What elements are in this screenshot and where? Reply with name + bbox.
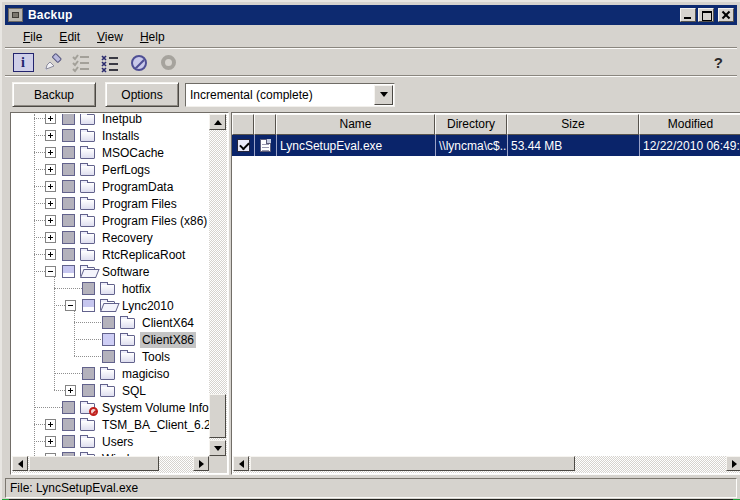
scroll-right-icon[interactable] [193, 456, 209, 471]
column-header-size[interactable]: Size [507, 114, 639, 135]
tree-checkbox[interactable] [62, 146, 75, 159]
tree-item-tools[interactable]: Tools [12, 348, 209, 365]
maximize-button[interactable] [698, 8, 714, 22]
backup-button[interactable]: Backup [12, 82, 96, 107]
tree-checkbox-partial[interactable] [62, 265, 75, 278]
tree-item-program-files-x86[interactable]: Program Files (x86) [12, 212, 209, 229]
menu-view[interactable]: View [92, 29, 128, 45]
brush-icon[interactable] [41, 53, 63, 73]
scroll-left-icon[interactable] [12, 456, 28, 471]
checklist-disabled-icon[interactable] [70, 53, 92, 73]
expand-plus-icon[interactable] [45, 215, 56, 226]
tree-item-installs[interactable]: Installs [12, 127, 209, 144]
tree-checkbox-partial[interactable] [102, 333, 115, 346]
scroll-right-icon[interactable] [726, 456, 740, 471]
tree-item-inetpub[interactable]: Inetpub [12, 114, 209, 127]
folder-icon [80, 148, 95, 159]
expand-plus-icon[interactable] [45, 164, 56, 175]
tree-item-hotfix[interactable]: hotfix [12, 280, 209, 297]
no-entry-overlay-icon [89, 407, 98, 416]
tree-item-clientx86[interactable]: ClientX86 [12, 331, 209, 348]
expand-plus-icon[interactable] [45, 249, 56, 260]
tree-checkbox[interactable] [62, 129, 75, 142]
tree-item-system-volume-information[interactable]: System Volume Information [12, 399, 209, 416]
tree-item-perflogs[interactable]: PerfLogs [12, 161, 209, 178]
collapse-minus-icon[interactable] [45, 266, 56, 277]
menu-bar: File Edit View Help [5, 26, 737, 47]
list-icon[interactable] [99, 53, 121, 73]
tree-item-users[interactable]: Users [12, 433, 209, 450]
app-icon[interactable] [8, 8, 23, 22]
file-checkbox-checked[interactable] [237, 139, 250, 152]
no-entry-icon[interactable] [128, 53, 150, 73]
tree-item-msocache[interactable]: MSOCache [12, 144, 209, 161]
tree-item-recovery[interactable]: Recovery [12, 229, 209, 246]
tree-checkbox[interactable] [62, 435, 75, 448]
expand-plus-icon[interactable] [45, 232, 56, 243]
tree-checkbox[interactable] [102, 316, 115, 329]
column-header-name[interactable]: Name [276, 114, 435, 135]
scrollbar-thumb[interactable] [29, 456, 159, 471]
column-header-modified[interactable]: Modified [639, 114, 740, 135]
file-row-selected[interactable]: LyncSetupEval.exe \\lyncma\c$... 53.44 M… [232, 135, 740, 156]
ring-icon[interactable] [157, 53, 179, 73]
backup-window: Backup File Edit View Help i [0, 0, 740, 500]
tree-checkbox[interactable] [102, 350, 115, 363]
scrollbar-thumb[interactable] [209, 394, 226, 438]
tree-item-lync2010[interactable]: Lync2010 [12, 297, 209, 314]
close-button[interactable] [718, 8, 734, 22]
column-header-directory[interactable]: Directory [435, 114, 507, 135]
minimize-button[interactable] [680, 8, 696, 22]
expand-plus-icon[interactable] [45, 419, 56, 430]
tree-item-programdata[interactable]: ProgramData [12, 178, 209, 195]
expand-plus-icon[interactable] [65, 385, 76, 396]
expand-plus-icon[interactable] [45, 114, 56, 124]
menu-file[interactable]: File [18, 29, 47, 45]
menu-help[interactable]: Help [135, 29, 170, 45]
scrollbar-thumb[interactable] [250, 456, 575, 471]
tree-checkbox[interactable] [62, 214, 75, 227]
chevron-down-icon[interactable] [374, 85, 393, 105]
tree-checkbox[interactable] [82, 384, 95, 397]
tree-item-sql[interactable]: SQL [12, 382, 209, 399]
tree-horizontal-scrollbar[interactable] [12, 456, 209, 473]
tree-checkbox[interactable] [62, 418, 75, 431]
folder-icon [100, 369, 115, 380]
list-horizontal-scrollbar[interactable] [233, 456, 740, 473]
expand-plus-icon[interactable] [45, 130, 56, 141]
tree-checkbox[interactable] [62, 180, 75, 193]
info-icon[interactable]: i [12, 53, 34, 73]
tree-checkbox[interactable] [82, 282, 95, 295]
tree-checkbox[interactable] [62, 401, 75, 414]
expand-plus-icon[interactable] [45, 181, 56, 192]
tree-checkbox[interactable] [62, 197, 75, 210]
tree-item-magiciso[interactable]: magiciso [12, 365, 209, 382]
tree-item-program-files[interactable]: Program Files [12, 195, 209, 212]
scroll-down-icon[interactable] [209, 440, 226, 456]
scroll-left-icon[interactable] [233, 456, 249, 471]
tree-item-software[interactable]: Software [12, 263, 209, 280]
tree-vertical-scrollbar[interactable] [209, 114, 227, 456]
tree-item-tsm-ba-client[interactable]: TSM_BA_Client_6.2 [12, 416, 209, 433]
expand-plus-icon[interactable] [45, 198, 56, 209]
scroll-up-icon[interactable] [209, 114, 226, 130]
help-key-icon[interactable]: ? [714, 54, 723, 71]
column-header-select[interactable] [232, 114, 254, 135]
tree-checkbox[interactable] [62, 114, 75, 125]
tree-checkbox[interactable] [82, 367, 95, 380]
window-title: Backup [28, 8, 73, 22]
collapse-minus-icon[interactable] [65, 300, 76, 311]
expand-plus-icon[interactable] [45, 436, 56, 447]
backup-mode-select[interactable]: Incremental (complete) [185, 83, 395, 107]
expand-plus-icon[interactable] [45, 147, 56, 158]
menu-edit[interactable]: Edit [54, 29, 85, 45]
tree-checkbox[interactable] [62, 231, 75, 244]
tree-checkbox-partial[interactable] [82, 299, 95, 312]
tree-item-clientx64[interactable]: ClientX64 [12, 314, 209, 331]
title-bar[interactable]: Backup [5, 5, 737, 25]
tree-checkbox[interactable] [62, 163, 75, 176]
column-header-type[interactable] [254, 114, 276, 135]
tree-item-rtcreplicaroot[interactable]: RtcReplicaRoot [12, 246, 209, 263]
options-button[interactable]: Options [105, 82, 179, 107]
tree-checkbox[interactable] [62, 248, 75, 261]
